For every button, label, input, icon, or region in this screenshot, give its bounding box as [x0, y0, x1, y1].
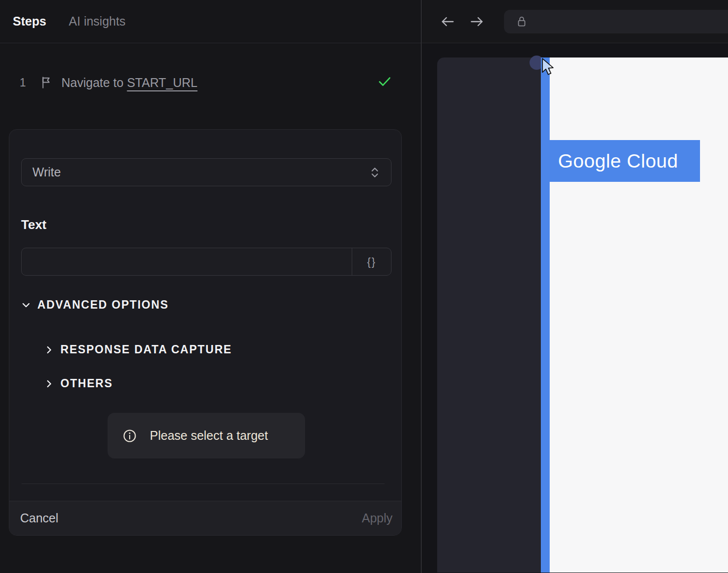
text-field-label: Text: [21, 217, 47, 232]
page-dark-sidebar: [437, 57, 541, 573]
others-toggle[interactable]: OTHERS: [44, 377, 113, 390]
browser-toolbar: [422, 0, 728, 43]
step-number: 1: [20, 76, 28, 89]
others-label: OTHERS: [60, 377, 113, 390]
editor-footer: Cancel Apply: [9, 501, 401, 535]
mouse-cursor-icon: [541, 58, 560, 77]
page-content-area: [550, 57, 728, 573]
panel-tabs: Steps AI insights: [0, 0, 421, 43]
text-input[interactable]: [22, 248, 352, 275]
divider: [22, 484, 385, 484]
step-target-link[interactable]: START_URL: [127, 76, 197, 89]
back-button[interactable]: [440, 14, 455, 29]
step-item-1[interactable]: 1 Navigate to START_URL: [0, 72, 421, 93]
element-highlight-stripe: [541, 57, 550, 573]
arrow-right-icon: [469, 14, 485, 29]
advanced-options-label: ADVANCED OPTIONS: [37, 298, 168, 312]
chevron-up-down-icon: [369, 166, 380, 179]
apply-button[interactable]: Apply: [362, 511, 392, 525]
cancel-button[interactable]: Cancel: [20, 511, 58, 525]
info-icon: [122, 429, 137, 443]
highlighted-element[interactable]: Google Cloud: [550, 140, 700, 182]
browser-viewport: Google Cloud: [422, 43, 728, 573]
steps-panel: Steps AI insights 1 Navigate to START_UR…: [0, 0, 421, 573]
address-bar[interactable]: [504, 10, 728, 33]
step-label: Navigate to START_URL: [61, 76, 197, 90]
step-action-text: Navigate to: [61, 76, 127, 89]
highlighted-element-label: Google Cloud: [558, 150, 678, 172]
arrow-left-icon: [440, 14, 455, 29]
action-type-select[interactable]: Write: [21, 158, 392, 186]
response-data-capture-label: RESPONSE DATA CAPTURE: [60, 343, 232, 356]
chevron-down-icon: [21, 300, 31, 310]
forward-button[interactable]: [469, 14, 485, 29]
lock-icon: [516, 15, 527, 29]
notice-text: Please select a target: [150, 429, 268, 443]
browser-preview: Google Cloud: [422, 0, 728, 573]
tab-steps[interactable]: Steps: [13, 14, 46, 29]
step-editor-card: Write Text {} ADVANCED OPTIONS: [9, 129, 402, 536]
select-target-notice: Please select a target: [108, 413, 305, 458]
flag-icon: [40, 76, 52, 89]
tab-ai-insights[interactable]: AI insights: [69, 14, 125, 29]
insert-variable-button[interactable]: {}: [352, 248, 391, 275]
response-data-capture-toggle[interactable]: RESPONSE DATA CAPTURE: [44, 343, 232, 356]
success-check-icon: [377, 74, 392, 89]
text-input-group: {}: [21, 248, 392, 276]
chevron-right-icon: [44, 379, 54, 389]
action-type-value: Write: [32, 165, 369, 179]
advanced-options-toggle[interactable]: ADVANCED OPTIONS: [21, 298, 168, 312]
chevron-right-icon: [44, 345, 54, 355]
